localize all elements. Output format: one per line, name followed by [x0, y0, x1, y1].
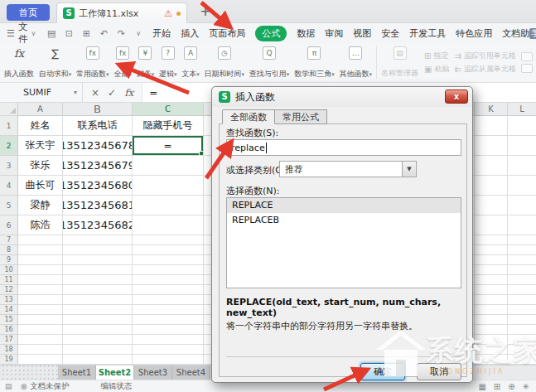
empty-cell[interactable]	[63, 355, 133, 365]
empty-cell[interactable]	[133, 285, 204, 295]
empty-cell[interactable]	[18, 245, 63, 255]
row-number[interactable]: 5	[0, 196, 18, 215]
sheet-tab-sheet4[interactable]: Sheet4	[172, 365, 210, 380]
print-icon[interactable]: ⊡	[63, 28, 75, 39]
protection-status[interactable]: ⊗ 文档未保护	[21, 381, 70, 392]
row-number[interactable]: 7	[0, 235, 18, 245]
empty-cell[interactable]	[475, 235, 508, 245]
empty-cell[interactable]	[133, 345, 204, 355]
cell-k1[interactable]	[475, 116, 508, 136]
tab-all-functions[interactable]: 全部函数	[222, 109, 275, 124]
column-header-k[interactable]: K	[475, 103, 508, 116]
row-number[interactable]: 1	[0, 116, 18, 136]
empty-cell[interactable]	[475, 315, 508, 325]
empty-cell[interactable]	[508, 255, 536, 265]
cell-c3[interactable]	[133, 156, 204, 176]
cell-l4[interactable]	[508, 176, 536, 196]
name-box-dropdown-icon[interactable]: ▾	[74, 89, 77, 96]
menu-item-dev-tools[interactable]: 开发工具	[409, 27, 446, 40]
dialog-title-bar[interactable]: S 插入函数	[212, 87, 472, 107]
brightness-icon[interactable]: ✳	[523, 382, 529, 391]
empty-cell[interactable]	[63, 345, 133, 355]
cancel-button[interactable]: 取消	[417, 363, 461, 380]
empty-cell[interactable]	[18, 345, 63, 355]
empty-cell[interactable]	[133, 255, 204, 265]
column-header-c[interactable]: C	[133, 103, 204, 116]
empty-cell[interactable]	[133, 335, 204, 345]
logical-button[interactable]: ? 逻辑▾	[158, 46, 178, 80]
column-header-a[interactable]: A	[18, 103, 63, 116]
cell-a2[interactable]: 张天宇	[18, 136, 63, 156]
empty-cell[interactable]	[63, 285, 133, 295]
empty-cell[interactable]	[508, 245, 536, 255]
cell-b4[interactable]: 13512345680	[63, 176, 133, 196]
row-number[interactable]: 3	[0, 156, 18, 176]
cell-b5[interactable]: 13512345681	[63, 196, 133, 215]
empty-cell[interactable]	[508, 275, 536, 285]
autosum-button[interactable]: ∑ 自动求和▾	[38, 46, 73, 80]
empty-cell[interactable]	[475, 285, 508, 295]
function-listbox[interactable]: REPLACE REPLACEB	[226, 197, 461, 288]
save-icon[interactable]: ▤	[46, 28, 57, 39]
menu-item-review[interactable]: 审阅	[325, 27, 343, 40]
row-number[interactable]: 13	[0, 295, 18, 305]
cell-c5[interactable]	[133, 196, 204, 215]
menu-item-security[interactable]: 安全	[381, 27, 399, 40]
empty-cell[interactable]	[508, 345, 536, 355]
row-number[interactable]: 17	[0, 335, 18, 345]
cell-l1[interactable]	[508, 116, 536, 136]
menu-item-formulas[interactable]: 公式	[255, 26, 287, 41]
cell-b1[interactable]: 联系电话	[63, 116, 133, 136]
math-trig-button[interactable]: π 数学和三角▾	[293, 46, 336, 80]
empty-cell[interactable]	[18, 305, 63, 315]
sheet-tab-sheet2[interactable]: Sheet2	[96, 365, 134, 380]
cell-c4[interactable]	[133, 176, 204, 196]
empty-cell[interactable]	[18, 285, 63, 295]
cell-a1[interactable]: 姓名	[18, 116, 63, 136]
empty-cell[interactable]	[475, 355, 508, 365]
empty-cell[interactable]	[508, 315, 536, 325]
undo-icon[interactable]: ↶	[98, 28, 109, 39]
page-layout-view-icon[interactable]: ⊞	[494, 382, 500, 391]
empty-cell[interactable]	[508, 335, 536, 345]
empty-cell[interactable]	[475, 335, 508, 345]
cell-k6[interactable]	[475, 215, 508, 235]
category-dropdown[interactable]: 推荐 ▼	[279, 161, 417, 177]
text-button[interactable]: A 文本▾	[181, 46, 200, 80]
empty-cell[interactable]	[18, 255, 63, 265]
menu-item-special-apps[interactable]: 特色应用	[456, 27, 492, 40]
empty-cell[interactable]	[508, 285, 536, 295]
cell-b2[interactable]: 13512345678	[63, 136, 133, 156]
cell-k3[interactable]	[475, 156, 508, 176]
row-number[interactable]: 18	[0, 345, 18, 355]
empty-cell[interactable]	[133, 325, 204, 335]
cell-k5[interactable]	[475, 196, 508, 215]
print-preview-icon[interactable]: ⊞	[80, 28, 92, 39]
cell-l5[interactable]	[508, 196, 536, 215]
redo-icon[interactable]: ↷	[115, 28, 127, 39]
empty-cell[interactable]	[18, 275, 63, 285]
cell-k4[interactable]	[475, 176, 508, 196]
menu-item-home[interactable]: 开始	[152, 27, 171, 40]
empty-cell[interactable]	[475, 305, 508, 315]
file-menu-button[interactable]: ☰ 文件 ∨	[0, 21, 41, 46]
empty-cell[interactable]	[475, 325, 508, 335]
cell-l6[interactable]	[508, 215, 536, 235]
menu-item-view[interactable]: 视图	[353, 27, 371, 40]
all-functions-button[interactable]: fx 全部▾	[113, 46, 133, 80]
empty-cell[interactable]	[63, 335, 133, 345]
column-header-b[interactable]: B	[63, 103, 133, 116]
empty-cell[interactable]	[63, 265, 133, 275]
cell-l3[interactable]	[508, 156, 536, 176]
cell-b6[interactable]: 13512345682	[63, 215, 133, 235]
search-function-input[interactable]: replace	[226, 139, 461, 156]
empty-cell[interactable]	[18, 325, 63, 335]
financial-button[interactable]: ¥ 财务▾	[136, 46, 156, 80]
empty-cell[interactable]	[18, 335, 63, 345]
empty-cell[interactable]	[63, 275, 133, 285]
new-tab-button[interactable]: +	[197, 3, 214, 20]
function-item-replaceb[interactable]: REPLACEB	[227, 213, 461, 228]
column-header-l[interactable]: L	[508, 103, 536, 116]
cell-k2[interactable]	[475, 136, 508, 156]
name-box[interactable]: SUMIF ▾	[0, 83, 83, 102]
